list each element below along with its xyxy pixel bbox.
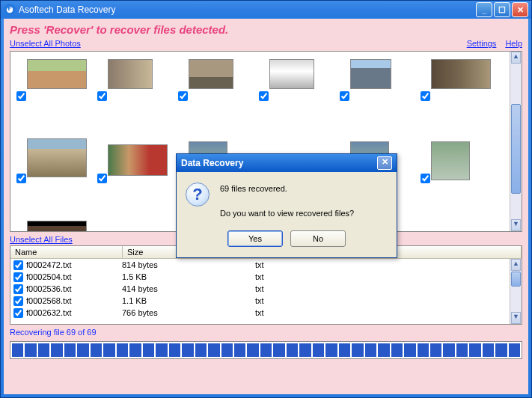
photo-thumbnail[interactable] <box>431 141 470 180</box>
table-row[interactable]: f0002472.txt 814 bytes txt <box>10 259 522 271</box>
settings-link[interactable]: Settings <box>467 39 497 48</box>
unselect-files-link[interactable]: Unselect All Files <box>10 235 73 244</box>
file-size: 1.1 KB <box>122 296 255 305</box>
titlebar[interactable]: Asoftech Data Recovery _ ☐ ✕ <box>1 1 531 19</box>
photo-checkbox[interactable] <box>16 91 26 101</box>
file-size: 814 bytes <box>122 260 255 269</box>
no-button[interactable]: No <box>290 230 346 247</box>
dialog-buttons: Yes No <box>177 226 397 257</box>
maximize-button[interactable]: ☐ <box>494 2 510 17</box>
file-checkbox[interactable] <box>13 284 23 294</box>
unselect-photos-link[interactable]: Unselect All Photos <box>10 39 81 48</box>
table-row[interactable]: f0002504.txt 1.5 KB txt <box>10 271 522 283</box>
dialog-line1: 69 files recovered. <box>220 183 354 195</box>
photo-thumbnail[interactable] <box>108 144 168 176</box>
file-checkbox[interactable] <box>13 260 23 270</box>
instruction-text: Press 'Recover' to recover files detecte… <box>4 19 528 39</box>
photo-checkbox[interactable] <box>421 174 430 183</box>
photo-checkbox[interactable] <box>259 91 269 101</box>
dialog-line2: Do you want to view recovered files? <box>220 207 354 220</box>
scroll-up-icon[interactable]: ▲ <box>511 52 521 64</box>
photo-checkbox[interactable] <box>97 174 107 183</box>
files-body: f0002472.txt 814 bytes txt f0002504.txt … <box>10 259 522 319</box>
file-checkbox[interactable] <box>13 272 23 282</box>
scroll-up-icon[interactable]: ▲ <box>511 259 521 271</box>
file-size: 766 bytes <box>122 308 255 317</box>
file-checkbox[interactable] <box>13 308 23 318</box>
question-icon: ? <box>186 183 210 206</box>
scroll-down-icon[interactable]: ▼ <box>511 219 521 231</box>
dialog-body: ? 69 files recovered. Do you want to vie… <box>177 172 397 226</box>
app-window: Asoftech Data Recovery _ ☐ ✕ Press 'Reco… <box>0 0 532 398</box>
file-size: 1.5 KB <box>122 272 255 281</box>
scroll-thumb[interactable] <box>511 104 521 194</box>
photo-item[interactable] <box>13 138 94 221</box>
file-size: 414 bytes <box>122 284 255 293</box>
file-checkbox[interactable] <box>13 296 23 306</box>
file-ext: txt <box>255 296 367 305</box>
photo-item[interactable] <box>418 138 498 221</box>
scroll-thumb[interactable] <box>511 272 521 287</box>
photos-scrollbar[interactable]: ▲ ▼ <box>510 52 522 231</box>
minimize-button[interactable]: _ <box>476 2 492 17</box>
help-link[interactable]: Help <box>505 39 522 48</box>
photo-checkbox[interactable] <box>178 91 188 101</box>
app-title: Asoftech Data Recovery <box>19 4 474 15</box>
photo-thumbnail[interactable] <box>431 59 491 89</box>
dialog-close-button[interactable]: ✕ <box>377 156 392 170</box>
photo-item[interactable] <box>94 56 175 138</box>
dialog-titlebar[interactable]: Data Recovery ✕ <box>177 154 397 172</box>
photo-item[interactable] <box>13 56 94 138</box>
photo-item[interactable] <box>13 221 94 232</box>
photo-thumbnail[interactable] <box>108 59 153 89</box>
app-icon <box>4 4 16 16</box>
col-name[interactable]: Name <box>10 246 123 258</box>
photo-thumbnail[interactable] <box>27 59 87 89</box>
file-name: f0002568.txt <box>26 296 122 305</box>
photo-checkbox[interactable] <box>340 91 349 101</box>
table-row[interactable]: f0002536.txt 414 bytes txt <box>10 283 522 295</box>
status-text: Recovering file 69 of 69 <box>4 325 528 340</box>
table-row[interactable]: f0002632.txt 766 bytes txt <box>10 307 522 319</box>
yes-button[interactable]: Yes <box>227 230 283 247</box>
photo-item[interactable] <box>94 138 175 221</box>
file-name: f0002504.txt <box>26 272 122 281</box>
table-row[interactable]: f0002568.txt 1.1 KB txt <box>10 295 522 307</box>
top-links-row: Unselect All Photos Settings Help <box>4 39 528 51</box>
photo-item[interactable] <box>256 56 337 138</box>
file-name: f0002536.txt <box>26 284 122 293</box>
progress-bar <box>10 341 522 359</box>
photo-thumbnail[interactable] <box>269 59 314 89</box>
dialog-text: 69 files recovered. Do you want to view … <box>220 183 354 220</box>
file-ext: txt <box>255 260 367 269</box>
photo-checkbox[interactable] <box>421 91 430 101</box>
dialog-title: Data Recovery <box>181 158 243 168</box>
photo-item[interactable] <box>337 56 418 138</box>
file-ext: txt <box>255 308 367 317</box>
files-scrollbar[interactable]: ▲ ▼ <box>510 259 522 324</box>
photo-item[interactable] <box>418 56 498 138</box>
file-name: f0002632.txt <box>26 308 122 317</box>
file-ext: txt <box>255 272 367 281</box>
close-button[interactable]: ✕ <box>512 2 528 17</box>
scroll-down-icon[interactable]: ▼ <box>511 312 521 324</box>
photo-thumbnail[interactable] <box>27 138 87 177</box>
photo-checkbox[interactable] <box>97 91 107 101</box>
dialog: Data Recovery ✕ ? 69 files recovered. Do… <box>176 153 397 258</box>
photo-checkbox[interactable] <box>16 174 26 183</box>
file-ext: txt <box>255 284 367 293</box>
photo-thumbnail[interactable] <box>27 221 87 232</box>
photo-thumbnail[interactable] <box>350 59 391 89</box>
photo-thumbnail[interactable] <box>189 59 233 89</box>
file-name: f0002472.txt <box>26 260 122 269</box>
photo-item[interactable] <box>175 56 256 138</box>
